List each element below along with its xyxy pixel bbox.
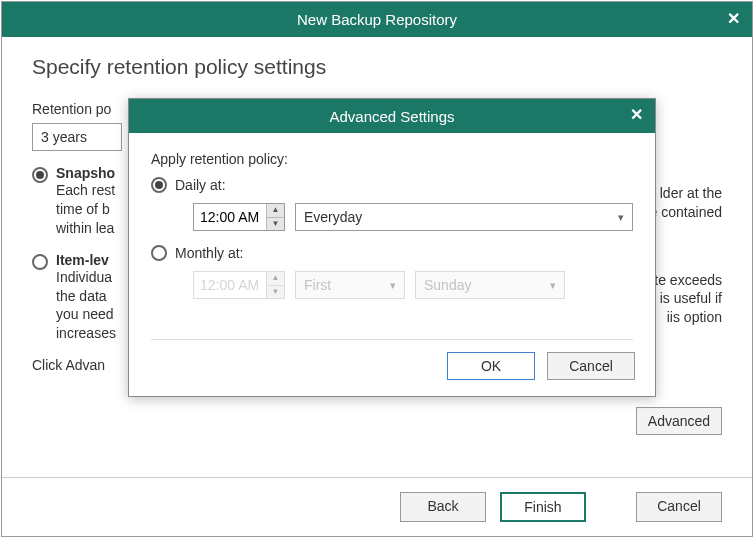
spin-down-icon: ▼	[267, 286, 284, 299]
modal-body: Apply retention policy: Daily at: ▲ ▼ Ev…	[129, 133, 655, 340]
monthly-day-dropdown: Sunday ▾	[415, 271, 565, 299]
daily-spin-buttons[interactable]: ▲ ▼	[266, 204, 284, 230]
snapshot-rdesc-1: lder at the	[650, 184, 722, 203]
monthly-ordinal-dropdown: First ▾	[295, 271, 405, 299]
cancel-button[interactable]: Cancel	[636, 492, 722, 522]
modal-close-icon[interactable]: ✕	[630, 105, 643, 124]
item-level-desc-3: you need	[56, 305, 116, 324]
spin-down-icon[interactable]: ▼	[267, 218, 284, 231]
finish-button[interactable]: Finish	[500, 492, 586, 522]
monthly-label: Monthly at:	[175, 245, 243, 261]
daily-radio[interactable]	[151, 177, 167, 193]
monthly-controls: ▲ ▼ First ▾ Sunday ▾	[193, 271, 633, 299]
apply-retention-label: Apply retention policy:	[151, 151, 633, 167]
modal-titlebar: Advanced Settings ✕	[129, 99, 655, 133]
daily-time-spinner[interactable]: ▲ ▼	[193, 203, 285, 231]
monthly-time-spinner: ▲ ▼	[193, 271, 285, 299]
snapshot-desc-2: time of b	[56, 200, 115, 219]
page-heading: Specify retention policy settings	[32, 55, 722, 79]
spin-up-icon[interactable]: ▲	[267, 204, 284, 218]
chevron-down-icon: ▾	[390, 279, 396, 292]
snapshot-desc-3: within lea	[56, 219, 115, 238]
main-window: New Backup Repository ✕ Specify retentio…	[1, 1, 753, 537]
chevron-down-icon: ▾	[618, 211, 624, 224]
window-close-icon[interactable]: ✕	[727, 9, 740, 28]
daily-controls: ▲ ▼ Everyday ▾	[193, 203, 633, 231]
snapshot-title: Snapsho	[56, 165, 115, 181]
monthly-time-input	[194, 272, 266, 298]
modal-title: Advanced Settings	[329, 108, 454, 125]
chevron-down-icon: ▾	[550, 279, 556, 292]
daily-day-value: Everyday	[304, 209, 362, 225]
window-footer: Back Finish Cancel	[2, 477, 752, 536]
monthly-spin-buttons: ▲ ▼	[266, 272, 284, 298]
window-title: New Backup Repository	[297, 11, 457, 28]
modal-cancel-button[interactable]: Cancel	[547, 352, 635, 380]
advanced-button[interactable]: Advanced	[636, 407, 722, 435]
monthly-day-value: Sunday	[424, 277, 471, 293]
daily-time-input[interactable]	[194, 204, 266, 230]
back-button[interactable]: Back	[400, 492, 486, 522]
modal-ok-button[interactable]: OK	[447, 352, 535, 380]
item-level-desc-1: Individua	[56, 268, 116, 287]
daily-day-dropdown[interactable]: Everyday ▾	[295, 203, 633, 231]
daily-label: Daily at:	[175, 177, 226, 193]
item-level-radio[interactable]	[32, 254, 48, 270]
monthly-ordinal-value: First	[304, 277, 331, 293]
item-level-title: Item-lev	[56, 252, 116, 268]
monthly-radio[interactable]	[151, 245, 167, 261]
snapshot-desc-1: Each rest	[56, 181, 115, 200]
monthly-option-row[interactable]: Monthly at:	[151, 245, 633, 261]
advanced-settings-modal: Advanced Settings ✕ Apply retention poli…	[128, 98, 656, 397]
retention-policy-field[interactable]: 3 years	[32, 123, 122, 151]
spin-up-icon: ▲	[267, 272, 284, 286]
modal-footer: OK Cancel	[129, 340, 655, 396]
snapshot-rdesc-2: e contained	[650, 203, 722, 222]
window-titlebar: New Backup Repository ✕	[2, 2, 752, 37]
daily-option-row[interactable]: Daily at:	[151, 177, 633, 193]
item-level-desc-4: increases	[56, 324, 116, 343]
item-level-desc-2: the data	[56, 287, 116, 306]
snapshot-radio[interactable]	[32, 167, 48, 183]
